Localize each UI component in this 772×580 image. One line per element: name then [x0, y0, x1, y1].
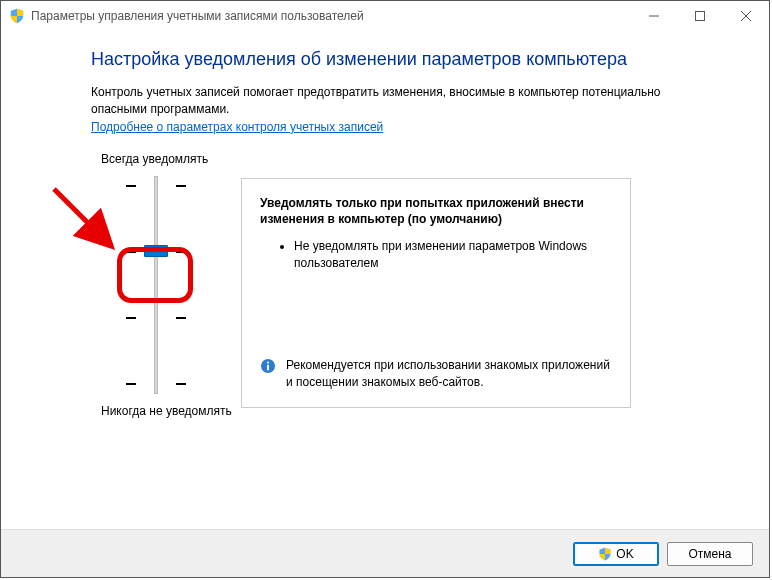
uac-settings-window: Параметры управления учетными записями п… [0, 0, 770, 578]
info-panel: Уведомлять только при попытках приложени… [241, 178, 631, 408]
svg-point-5 [267, 361, 269, 363]
minimize-button[interactable] [631, 1, 677, 31]
titlebar: Параметры управления учетными записями п… [1, 1, 769, 31]
page-description: Контроль учетных записей помогает предот… [91, 84, 679, 118]
shield-icon [598, 547, 612, 561]
ok-button-label: OK [616, 547, 633, 561]
svg-rect-6 [267, 365, 269, 371]
info-icon [260, 358, 276, 379]
learn-more-link[interactable]: Подробнее о параметрах контроля учетных … [91, 120, 383, 134]
slider-thumb[interactable] [144, 245, 168, 257]
ok-button[interactable]: OK [573, 542, 659, 566]
slider-label-bottom: Никогда не уведомлять [101, 404, 232, 418]
maximize-button[interactable] [677, 1, 723, 31]
close-button[interactable] [723, 1, 769, 31]
slider-area: Всегда уведомлять Никогда не уведомлять … [91, 152, 679, 418]
info-title: Уведомлять только при попытках приложени… [260, 195, 612, 229]
uac-slider[interactable] [126, 176, 186, 394]
cancel-button[interactable]: Отмена [667, 542, 753, 566]
shield-icon [9, 8, 25, 24]
button-bar: OK Отмена [1, 529, 769, 577]
info-bullet: Не уведомлять при изменении параметров W… [294, 238, 612, 272]
info-recommendation: Рекомендуется при использовании знакомых… [286, 357, 612, 391]
svg-rect-1 [696, 12, 705, 21]
page-heading: Настройка уведомления об изменении парам… [91, 49, 679, 70]
cancel-button-label: Отмена [688, 547, 731, 561]
slider-label-top: Всегда уведомлять [101, 152, 208, 166]
content-area: Настройка уведомления об изменении парам… [1, 31, 769, 418]
window-title: Параметры управления учетными записями п… [31, 9, 364, 23]
